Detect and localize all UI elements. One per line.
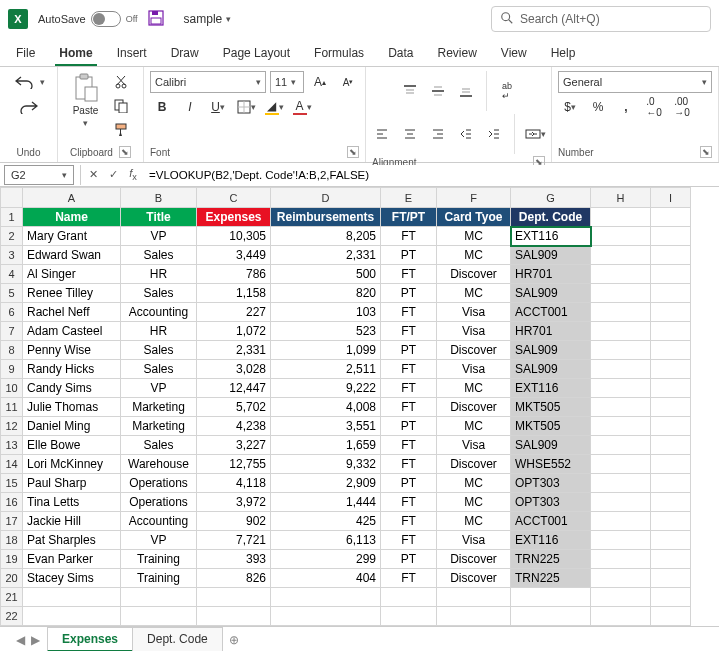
cell[interactable]: 5,702 <box>197 398 271 417</box>
cell[interactable]: VP <box>121 227 197 246</box>
tab-review[interactable]: Review <box>433 40 480 66</box>
cell[interactable] <box>651 493 691 512</box>
cell[interactable] <box>591 607 651 626</box>
cell[interactable]: FT <box>381 303 437 322</box>
cell[interactable]: Edward Swan <box>23 246 121 265</box>
row-header-6[interactable]: 6 <box>1 303 23 322</box>
number-format-dropdown[interactable]: General▾ <box>558 71 712 93</box>
cell[interactable] <box>271 607 381 626</box>
sheet-tab-expenses[interactable]: Expenses <box>47 627 133 651</box>
table-header-cell[interactable]: Dept. Code <box>511 208 591 227</box>
cell[interactable]: 820 <box>271 284 381 303</box>
cell[interactable] <box>651 322 691 341</box>
cell[interactable]: FT <box>381 493 437 512</box>
cut-button[interactable] <box>109 71 133 93</box>
cell[interactable]: SAL909 <box>511 246 591 265</box>
cell[interactable] <box>121 588 197 607</box>
cell[interactable]: 227 <box>197 303 271 322</box>
cell[interactable]: MKT505 <box>511 417 591 436</box>
dialog-launcher-icon[interactable]: ⬊ <box>119 146 131 158</box>
tab-file[interactable]: File <box>12 40 39 66</box>
cell[interactable]: TRN225 <box>511 569 591 588</box>
sheet-tab-dept-code[interactable]: Dept. Code <box>132 627 223 651</box>
cell[interactable] <box>121 607 197 626</box>
cell[interactable]: FT <box>381 322 437 341</box>
cell[interactable]: Warehouse <box>121 455 197 474</box>
cell[interactable]: Sales <box>121 360 197 379</box>
cell[interactable]: 3,227 <box>197 436 271 455</box>
font-color-button[interactable]: A▾ <box>290 96 314 118</box>
cell[interactable] <box>591 284 651 303</box>
cell[interactable]: Operations <box>121 493 197 512</box>
increase-indent-button[interactable] <box>482 123 506 145</box>
cell[interactable] <box>651 588 691 607</box>
cell[interactable] <box>381 607 437 626</box>
cell[interactable] <box>651 246 691 265</box>
italic-button[interactable]: I <box>178 96 202 118</box>
bold-button[interactable]: B <box>150 96 174 118</box>
cell[interactable]: 786 <box>197 265 271 284</box>
row-header-21[interactable]: 21 <box>1 588 23 607</box>
cell[interactable] <box>591 455 651 474</box>
chevron-down-icon[interactable]: ▾ <box>40 77 45 87</box>
cell[interactable]: 7,721 <box>197 531 271 550</box>
cell[interactable]: 425 <box>271 512 381 531</box>
cell[interactable]: EXT116 <box>511 227 591 246</box>
cell[interactable]: 404 <box>271 569 381 588</box>
cell[interactable]: FT <box>381 398 437 417</box>
cell[interactable] <box>591 569 651 588</box>
decrease-decimal-button[interactable]: .00→0 <box>670 96 694 118</box>
cell[interactable]: 3,972 <box>197 493 271 512</box>
cell[interactable] <box>23 607 121 626</box>
cell[interactable] <box>591 474 651 493</box>
underline-button[interactable]: U▾ <box>206 96 230 118</box>
cell[interactable]: PT <box>381 246 437 265</box>
cell[interactable] <box>197 607 271 626</box>
cell[interactable]: 902 <box>197 512 271 531</box>
cell[interactable] <box>591 322 651 341</box>
cell[interactable]: 1,158 <box>197 284 271 303</box>
cell[interactable] <box>651 417 691 436</box>
cell[interactable]: FT <box>381 265 437 284</box>
cell[interactable]: Accounting <box>121 303 197 322</box>
spreadsheet-grid[interactable]: ABCDEFGHI1NameTitleExpensesReimbursement… <box>0 187 719 626</box>
cell[interactable] <box>651 398 691 417</box>
cell[interactable]: FT <box>381 436 437 455</box>
cell[interactable] <box>591 341 651 360</box>
cell[interactable] <box>651 436 691 455</box>
cell[interactable]: 299 <box>271 550 381 569</box>
cell[interactable]: PT <box>381 341 437 360</box>
undo-button[interactable] <box>12 71 36 93</box>
cell[interactable] <box>381 588 437 607</box>
cell[interactable]: SAL909 <box>511 284 591 303</box>
col-header-I[interactable]: I <box>651 188 691 208</box>
row-header-11[interactable]: 11 <box>1 398 23 417</box>
dialog-launcher-icon[interactable]: ⬊ <box>700 146 712 158</box>
cell[interactable] <box>651 607 691 626</box>
align-left-button[interactable] <box>370 123 394 145</box>
cell[interactable] <box>651 265 691 284</box>
cell[interactable]: Lori McKinney <box>23 455 121 474</box>
cell[interactable]: 103 <box>271 303 381 322</box>
cell[interactable]: HR701 <box>511 322 591 341</box>
search-input[interactable]: Search (Alt+Q) <box>491 6 711 32</box>
col-header-B[interactable]: B <box>121 188 197 208</box>
cell[interactable] <box>651 360 691 379</box>
autosave-switch[interactable] <box>91 11 121 27</box>
table-header-cell[interactable]: Reimbursements <box>271 208 381 227</box>
cell[interactable]: Stacey Sims <box>23 569 121 588</box>
cell[interactable] <box>23 588 121 607</box>
cell[interactable]: VP <box>121 379 197 398</box>
cell[interactable] <box>651 550 691 569</box>
cell[interactable]: 2,331 <box>197 341 271 360</box>
row-header-4[interactable]: 4 <box>1 265 23 284</box>
filename-dropdown[interactable]: sample ▾ <box>184 12 232 26</box>
font-name-dropdown[interactable]: Calibri▾ <box>150 71 266 93</box>
cell[interactable]: 1,659 <box>271 436 381 455</box>
tab-draw[interactable]: Draw <box>167 40 203 66</box>
cell[interactable]: 2,909 <box>271 474 381 493</box>
row-header-20[interactable]: 20 <box>1 569 23 588</box>
cell[interactable]: 1,072 <box>197 322 271 341</box>
row-header-14[interactable]: 14 <box>1 455 23 474</box>
cell[interactable]: MC <box>437 417 511 436</box>
